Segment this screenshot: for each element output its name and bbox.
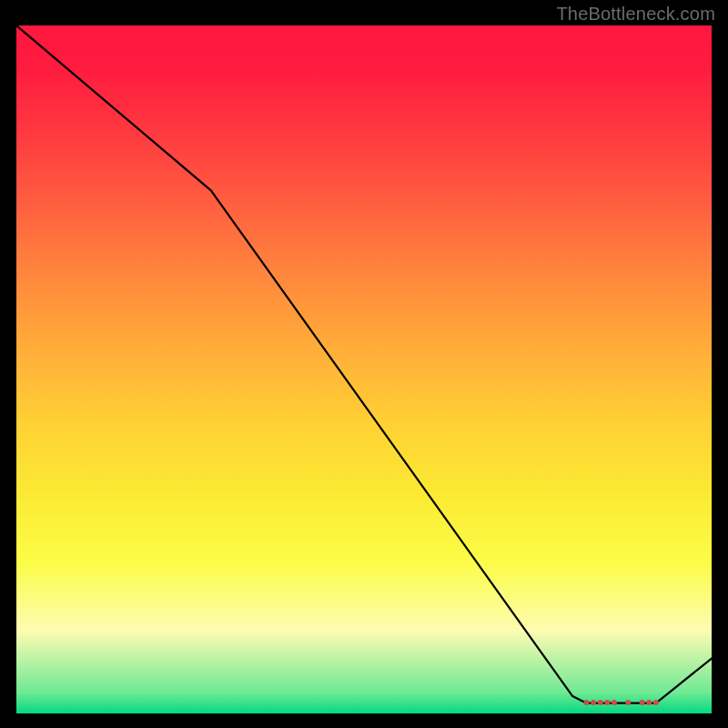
line-series: [16, 25, 712, 703]
marker-group: [584, 700, 659, 705]
chart-plot-area: [16, 25, 712, 713]
data-marker: [646, 700, 652, 705]
chart-container: TheBottleneck.com: [0, 0, 728, 728]
data-marker: [604, 700, 610, 705]
line-path: [16, 25, 712, 703]
data-marker: [612, 700, 617, 705]
data-marker: [598, 700, 603, 705]
attribution-label: TheBottleneck.com: [556, 4, 715, 25]
data-marker: [653, 700, 659, 705]
data-marker: [625, 700, 631, 705]
data-marker: [591, 700, 596, 705]
chart-svg: [16, 25, 712, 713]
data-marker: [584, 700, 590, 705]
data-marker: [640, 700, 645, 705]
